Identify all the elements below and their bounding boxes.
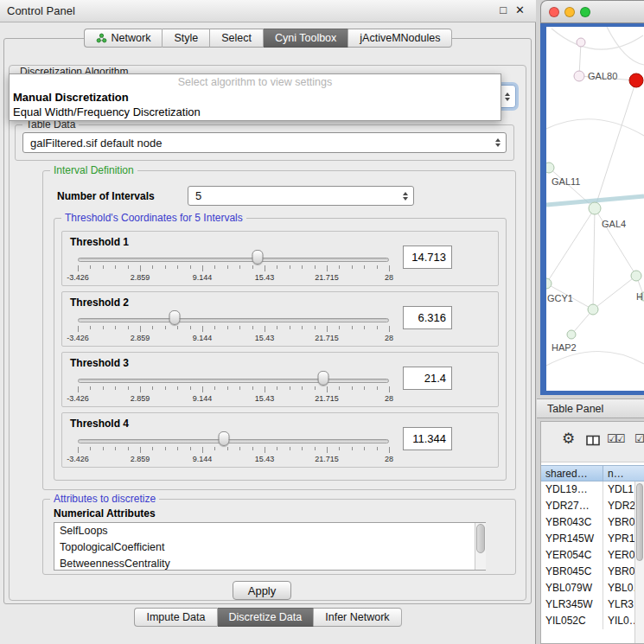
dropdown-option-equal-width-frequency[interactable]: Equal Width/Frequency Discretization [10,105,501,119]
network-node[interactable] [631,271,641,281]
network-node-hap2[interactable] [567,330,576,339]
tick-mark [302,386,303,390]
minimize-traffic-light[interactable] [564,7,575,17]
network-node-gal4[interactable] [589,202,601,214]
slider-tick-labels: -3.4262.8599.14415.4321.71528 [78,394,389,403]
threshold-panel-4: Threshold 4-3.4262.8599.14415.4321.71528… [61,412,499,468]
network-canvas[interactable]: GAL80GAL11GAL4GCY1HAP2H [546,27,644,391]
column-header-shared-name[interactable]: shared… [541,465,603,481]
number-of-intervals-combobox[interactable]: 5 [188,186,414,206]
table-row[interactable]: YPR145WYPR1… [541,531,644,547]
select-columns-icon[interactable]: ☑☑ [634,432,644,445]
close-icon[interactable]: ✕ [515,3,525,16]
interval-definition-title: Interval Definition [50,164,137,176]
tick-mark [190,447,191,450]
table-row[interactable]: YLR345WYLR3… [541,596,644,613]
table-rows: YDL19…YDL1…YDR27…YDR2…YBR043CYBR0…YPR145… [541,481,644,643]
network-edge-arc [546,119,644,136]
tick-mark [227,386,228,390]
tab-select[interactable]: Select [210,29,264,48]
threshold-panel-3: Threshold 3-3.4262.8599.14415.4321.71528… [61,352,499,407]
tick-label: 9.144 [193,455,213,463]
network-node[interactable] [577,38,585,47]
attribute-list-item[interactable]: SelfLoops [54,523,485,539]
table-row[interactable]: YBL079WYBL0… [541,580,644,596]
columns-icon[interactable] [586,434,600,450]
network-node-gcy1[interactable] [546,278,552,289]
bottom-tab-bar: Impute DataDiscretize DataInfer Network [0,608,536,627]
threshold-1-value-field[interactable]: 14.713 [403,245,452,269]
slider-track[interactable] [78,439,389,443]
tick-label: 2.859 [131,273,150,282]
tick-mark [140,326,141,332]
close-traffic-light[interactable] [549,7,559,17]
checkbox-icon: ☑ [634,432,643,445]
threshold-4-slider[interactable]: -3.4262.8599.14415.4321.71528 [78,430,389,467]
slider-track[interactable] [78,258,389,262]
dropdown-option-manual-discretization[interactable]: Manual Discretization [10,90,501,105]
table-toolbar: ⚙ ☑☑ ☑☑ [541,422,644,462]
network-node[interactable] [588,304,598,315]
tab-network[interactable]: Network [84,29,163,48]
tick-mark [152,447,153,450]
slider-thumb[interactable] [318,371,329,386]
threshold-1-slider[interactable]: -3.4262.8599.14415.4321.71528 [78,249,389,285]
control-panel-titlebar: Control Panel □ ✕ [0,0,536,22]
tab-jactivemnodules[interactable]: jActiveMNodules [348,29,452,48]
threshold-3-value-field[interactable]: 21.4 [403,367,452,390]
zoom-traffic-light[interactable] [580,7,590,17]
threshold-3-slider[interactable]: -3.4262.8599.14415.4321.71528 [78,370,389,406]
tab-cyni-toolbox[interactable]: Cyni Toolbox [264,29,348,48]
threshold-2-slider[interactable]: -3.4262.8599.14415.4321.71528 [78,309,389,346]
slider-track[interactable] [78,318,389,322]
tick-mark [90,386,91,390]
slider-thumb[interactable] [169,310,180,325]
slider-track[interactable] [78,379,389,383]
tab-impute-data[interactable]: Impute Data [134,608,217,627]
slider-tick-labels: -3.4262.8599.14415.4321.71528 [78,455,389,463]
attributes-scrollbar[interactable] [475,523,486,570]
table-row[interactable]: YBR045CYBR0… [541,564,644,580]
table-row[interactable]: YBR043CYBR0… [541,514,644,531]
select-all-rows-icon[interactable]: ☑☑ [607,432,623,445]
table-data-combobox[interactable]: galFiltered.sif default node [22,132,507,153]
network-node-label: GAL80 [588,71,617,81]
tick-mark [389,265,390,271]
dropdown-placeholder-option[interactable]: Select algorithm to view settings [10,74,501,90]
float-window-icon[interactable]: □ [500,3,507,16]
tick-mark [152,386,153,390]
attribute-list-item[interactable]: BetweennessCentrality [54,556,485,571]
tick-mark [377,265,378,269]
tick-mark [152,326,153,329]
table-panel-title: Table Panel [547,403,603,415]
scrollbar-thumb[interactable] [636,483,643,561]
slider-thumb[interactable] [219,431,230,446]
arrow-up-icon [403,192,408,195]
apply-button[interactable]: Apply [233,581,291,600]
table-scrollbar[interactable] [634,481,644,643]
network-node-gal11[interactable] [546,163,554,173]
table-row[interactable]: YER054CYER0… [541,547,644,564]
network-node[interactable] [629,73,643,87]
tick-mark [115,326,116,329]
tick-mark [190,386,191,390]
column-header-name[interactable]: n… [603,465,644,481]
table-row[interactable]: YDL19…YDL1… [541,481,644,498]
tab-style[interactable]: Style [163,29,210,48]
tick-mark [128,265,129,269]
network-node-gal80[interactable] [574,71,584,81]
threshold-2-value-field[interactable]: 6.316 [403,306,452,329]
table-row[interactable]: YDR27…YDR2… [541,498,644,514]
scrollbar-thumb[interactable] [476,524,485,553]
network-node-label: H [636,291,643,302]
slider-thumb[interactable] [252,250,263,265]
tab-infer-network[interactable]: Infer Network [314,608,401,627]
attribute-list-item[interactable]: TopologicalCoefficient [54,539,485,556]
combo-arrows-icon [505,92,510,101]
arrow-up-icon [495,138,501,142]
table-row[interactable]: YIL052CYIL0… [541,613,644,629]
threshold-4-value-field[interactable]: 11.344 [403,427,452,450]
gear-icon[interactable]: ⚙ [562,430,575,448]
tab-discretize-data[interactable]: Discretize Data [218,608,315,627]
cell-col1: YBL079W [541,580,603,596]
